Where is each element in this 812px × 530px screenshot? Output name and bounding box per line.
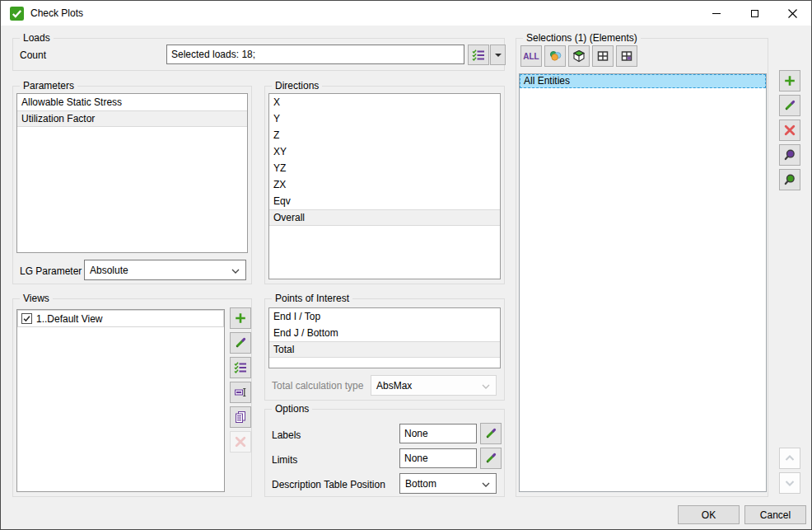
chevron-down-icon xyxy=(482,384,490,389)
zoom-fit-button[interactable] xyxy=(779,169,800,190)
pencil-icon xyxy=(484,427,497,440)
zoom-selection-button[interactable] xyxy=(779,144,800,166)
list-item[interactable]: Allowable Static Stress xyxy=(17,94,247,110)
list-item[interactable]: X xyxy=(269,94,500,110)
parameters-list: Allowable Static Stress Utilization Fact… xyxy=(16,93,248,253)
options-group: Options Labels Limits Description Table … xyxy=(264,409,505,497)
table-position-value: Bottom xyxy=(405,478,436,490)
delete-view-button[interactable] xyxy=(230,431,251,453)
cancel-button[interactable]: Cancel xyxy=(744,505,806,524)
parameters-group-label: Parameters xyxy=(20,80,77,91)
loads-group-label: Loads xyxy=(20,32,54,44)
selected-loads-input[interactable] xyxy=(166,45,464,64)
parameters-group: Parameters Allowable Static Stress Utili… xyxy=(12,86,252,284)
chevron-up-icon xyxy=(783,452,796,465)
close-button[interactable] xyxy=(773,1,811,26)
total-calc-type-select: AbsMax xyxy=(371,375,497,396)
table-position-label: Description Table Position xyxy=(272,479,385,490)
delete-icon xyxy=(234,435,247,448)
list-item[interactable]: XY xyxy=(269,143,500,160)
list-item[interactable]: ZX xyxy=(269,176,500,193)
list-item-selected[interactable]: All Entities xyxy=(520,74,766,88)
magnifier-green-icon xyxy=(783,173,796,186)
limits-label: Limits xyxy=(272,454,297,466)
select-all-button[interactable]: ALL xyxy=(520,45,542,67)
edit-limits-button[interactable] xyxy=(480,448,502,469)
pencil-icon xyxy=(234,336,247,349)
window-controls xyxy=(698,1,811,26)
list-item-selected[interactable]: Total xyxy=(269,341,500,358)
list-item-selected[interactable]: 1..Default View xyxy=(17,310,224,327)
check-plots-dialog: Check Plots Loads Count Parameters Allow… xyxy=(0,0,812,530)
copy-view-button[interactable] xyxy=(230,406,251,428)
labels-input[interactable] xyxy=(399,424,477,443)
list-item[interactable]: End J / Bottom xyxy=(269,325,500,341)
count-label: Count xyxy=(20,49,46,61)
ok-button[interactable]: OK xyxy=(678,505,740,524)
list-item[interactable]: YZ xyxy=(269,160,500,176)
options-group-label: Options xyxy=(272,403,312,415)
edit-labels-button[interactable] xyxy=(480,423,502,444)
total-calc-type-value: AbsMax xyxy=(376,380,412,392)
add-view-button[interactable] xyxy=(230,307,251,329)
lg-parameter-label: LG Parameter xyxy=(20,265,82,277)
view-item-label: 1..Default View xyxy=(36,313,103,325)
close-icon xyxy=(788,9,797,18)
plus-icon xyxy=(783,74,796,87)
chevron-down-icon xyxy=(495,54,502,57)
points-of-interest-list: End I / Top End J / Bottom Total xyxy=(268,307,501,368)
select-all-label: ALL xyxy=(523,52,539,61)
view-checkbox[interactable] xyxy=(21,313,32,324)
total-calc-type-label: Total calculation type xyxy=(272,380,363,392)
chevron-down-icon xyxy=(482,482,490,487)
points-of-interest-group: Points of Interest End I / Top End J / B… xyxy=(264,298,505,401)
table-position-select[interactable]: Bottom xyxy=(399,473,497,494)
edit-selection-button[interactable] xyxy=(779,95,800,116)
edit-view-button[interactable] xyxy=(230,332,251,354)
selections-group: Selections (1) (Elements) ALL xyxy=(516,38,768,497)
move-up-button[interactable] xyxy=(779,448,800,469)
select-by-property-button[interactable] xyxy=(544,45,566,67)
delete-selection-button[interactable] xyxy=(779,120,800,141)
maximize-icon xyxy=(751,10,758,17)
directions-list: X Y Z XY YZ ZX Eqv Overall xyxy=(268,93,501,279)
list-item[interactable]: Z xyxy=(269,127,500,143)
rename-view-button[interactable] xyxy=(230,382,251,403)
views-group: Views 1..Default View xyxy=(12,298,252,497)
views-list: 1..Default View xyxy=(16,309,225,492)
list-item-selected[interactable]: Utilization Factor xyxy=(17,110,247,127)
minimize-button[interactable] xyxy=(698,1,735,26)
titlebar: Check Plots xyxy=(1,1,811,26)
window-title: Check Plots xyxy=(30,1,83,26)
add-selection-button[interactable] xyxy=(779,70,800,91)
move-down-button[interactable] xyxy=(779,472,800,494)
loads-dropdown-button[interactable] xyxy=(490,45,506,65)
pencil-icon xyxy=(783,99,796,112)
grid-icon xyxy=(596,49,609,63)
list-item-selected[interactable]: Overall xyxy=(269,209,500,226)
points-of-interest-group-label: Points of Interest xyxy=(272,293,352,304)
list-item[interactable]: End I / Top xyxy=(269,308,500,325)
magnifier-purple-icon xyxy=(783,148,796,162)
selections-list: All Entities xyxy=(519,73,767,492)
maximize-button[interactable] xyxy=(735,1,773,26)
chevron-down-icon xyxy=(231,269,240,274)
select-views-button[interactable] xyxy=(230,357,251,378)
checklist-icon xyxy=(234,361,247,374)
check-icon xyxy=(22,314,31,323)
selections-group-label: Selections (1) (Elements) xyxy=(523,32,641,44)
limits-input[interactable] xyxy=(399,448,477,468)
chevron-down-icon xyxy=(783,476,796,490)
list-item[interactable]: Eqv xyxy=(269,193,500,209)
select-loads-button[interactable] xyxy=(468,45,489,65)
pencil-icon xyxy=(484,452,497,465)
cube-icon xyxy=(572,49,586,63)
minimize-icon xyxy=(712,13,721,14)
check-plots-app-icon xyxy=(10,7,24,21)
select-window-button[interactable] xyxy=(592,45,614,67)
list-item[interactable]: Y xyxy=(269,110,500,127)
select-3d-button[interactable] xyxy=(568,45,590,67)
spheres-icon xyxy=(548,49,562,63)
select-table-button[interactable] xyxy=(616,45,637,67)
lg-parameter-select[interactable]: Absolute xyxy=(84,260,246,280)
